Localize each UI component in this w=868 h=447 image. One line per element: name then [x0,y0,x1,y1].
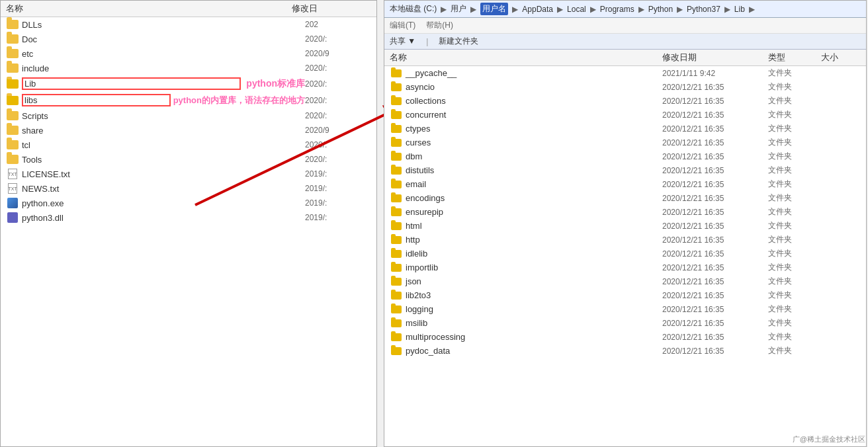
file-name: logging [406,304,662,314]
table-row[interactable]: collections2020/12/21 16:35文件夹 [384,94,866,108]
file-type: 文件夹 [768,123,821,134]
right-file-explorer: 本地磁盘 (C:) ▶ 用户 ▶ 用户名 ▶ AppData ▶ Local ▶… [384,0,867,447]
file-name: pydoc_data [406,346,662,356]
file-name: share [22,126,305,136]
file-name: encodings [406,193,662,203]
list-item[interactable]: Tools 2020/: [1,152,376,167]
folder-icon [390,221,403,231]
file-date: 2020/12/21 16:35 [662,291,768,300]
file-name: LICENSE.txt [22,169,305,179]
folder-icon [390,249,403,259]
file-name: python.exe [22,198,305,208]
table-row[interactable]: __pycache__2021/1/11 9:42文件夹 [384,66,866,80]
file-type: 文件夹 [768,234,821,245]
dll-file-icon [6,212,19,223]
table-row[interactable]: json2020/12/21 16:35文件夹 [384,274,866,288]
file-name: asyncio [406,82,662,92]
list-item-libs[interactable]: libs python的内置库，语法存在的地方 2020/: [1,92,376,108]
list-item[interactable]: include 2020/: [1,61,376,75]
watermark: 广@稀土掘金技术社区 [793,434,865,444]
folder-icon [390,263,403,273]
address-segment-programs: Programs [600,5,634,14]
menu-help[interactable]: 帮助(H) [426,20,453,31]
table-row[interactable]: multiprocessing2020/12/21 16:35文件夹 [384,330,866,344]
table-row[interactable]: pydoc_data2020/12/21 16:35文件夹 [384,344,866,358]
table-row[interactable]: msilib2020/12/21 16:35文件夹 [384,316,866,330]
file-date: 2020/12/21 16:35 [662,333,768,342]
rcol-date: 修改日期 [662,52,768,63]
rcol-type: 类型 [768,52,821,63]
list-item[interactable]: tcl 2020/: [1,138,376,152]
file-type: 文件夹 [768,95,821,106]
file-name: python3.dll [22,213,305,223]
address-segment-c: 本地磁盘 (C:) [390,3,437,15]
table-row[interactable]: encodings2020/12/21 16:35文件夹 [384,191,866,205]
file-name: curses [406,138,662,147]
list-item[interactable]: python.exe 2019/: [1,196,376,210]
file-name: etc [22,49,305,59]
table-row[interactable]: concurrent2020/12/21 16:35文件夹 [384,108,866,122]
file-type: 文件夹 [768,276,821,287]
list-item[interactable]: share 2020/9 [1,123,376,138]
file-date: 2020/: [305,111,371,120]
file-date: 2020/: [305,79,371,89]
list-item[interactable]: DLLs 202 [1,17,376,32]
txt-file-icon: TXT [6,183,19,194]
menu-edit[interactable]: 编辑(T) [390,20,415,31]
table-row[interactable]: ctypes2020/12/21 16:35文件夹 [384,122,866,136]
file-date: 2020/: [305,155,371,164]
file-type: 文件夹 [768,290,821,301]
table-row[interactable]: ensurepip2020/12/21 16:35文件夹 [384,205,866,219]
list-item[interactable]: Scripts 2020/: [1,108,376,123]
table-row[interactable]: idlelib2020/12/21 16:35文件夹 [384,247,866,261]
table-row[interactable]: curses2020/12/21 16:35文件夹 [384,136,866,149]
file-date: 2020/: [305,63,371,73]
table-row[interactable]: http2020/12/21 16:35文件夹 [384,233,866,247]
folder-icon [6,34,19,44]
file-name: http [406,235,662,245]
file-name: include [22,63,305,73]
list-item[interactable]: python3.dll 2019/: [1,210,376,225]
file-name: multiprocessing [406,332,662,342]
folder-icon [6,110,19,121]
file-type: 文件夹 [768,206,821,218]
file-type: 文件夹 [768,304,821,315]
exe-file-icon [6,198,19,208]
file-type: 文件夹 [768,331,821,343]
address-segment-appdata: AppData [522,5,553,14]
file-date: 2020/12/21 16:35 [662,263,768,272]
list-item[interactable]: etc 2020/9 [1,46,376,61]
table-row[interactable]: email2020/12/21 16:35文件夹 [384,177,866,191]
file-name: DLLs [22,20,305,30]
file-name: distutils [406,165,662,175]
table-row[interactable]: logging2020/12/21 16:35文件夹 [384,302,866,316]
table-row[interactable]: dbm2020/12/21 16:35文件夹 [384,149,866,163]
share-button[interactable]: 共享 ▼ [390,36,415,47]
file-name: Tools [22,155,305,165]
list-item-lib[interactable]: Lib python标准库 2020/: [1,75,376,92]
list-item[interactable]: TXT NEWS.txt 2019/: [1,181,376,196]
new-folder-button[interactable]: 新建文件夹 [439,36,478,47]
file-date: 2020/12/21 16:35 [662,194,768,203]
file-date: 2020/12/21 16:35 [662,235,768,245]
file-type: 文件夹 [768,137,821,148]
left-col-name: 名称 [6,3,292,15]
address-segment-username[interactable]: 用户名 [480,3,508,15]
file-type: 文件夹 [768,220,821,231]
file-date: 2020/12/21 16:35 [662,138,768,147]
file-date: 2020/12/21 16:35 [662,166,768,175]
table-row[interactable]: html2020/12/21 16:35文件夹 [384,219,866,233]
table-row[interactable]: lib2to32020/12/21 16:35文件夹 [384,288,866,302]
table-row[interactable]: distutils2020/12/21 16:35文件夹 [384,163,866,177]
file-type: 文件夹 [768,345,821,356]
list-item[interactable]: TXT LICENSE.txt 2019/: [1,167,376,181]
right-file-list: __pycache__2021/1/11 9:42文件夹asyncio2020/… [384,66,866,447]
address-bar[interactable]: 本地磁盘 (C:) ▶ 用户 ▶ 用户名 ▶ AppData ▶ Local ▶… [384,1,866,18]
table-row[interactable]: importlib2020/12/21 16:35文件夹 [384,261,866,274]
list-item[interactable]: Doc 2020/: [1,32,376,46]
table-row[interactable]: asyncio2020/12/21 16:35文件夹 [384,80,866,94]
file-date: 2021/1/11 9:42 [662,69,768,78]
file-type: 文件夹 [768,81,821,93]
folder-icon [390,124,403,134]
folder-icon [6,79,19,89]
